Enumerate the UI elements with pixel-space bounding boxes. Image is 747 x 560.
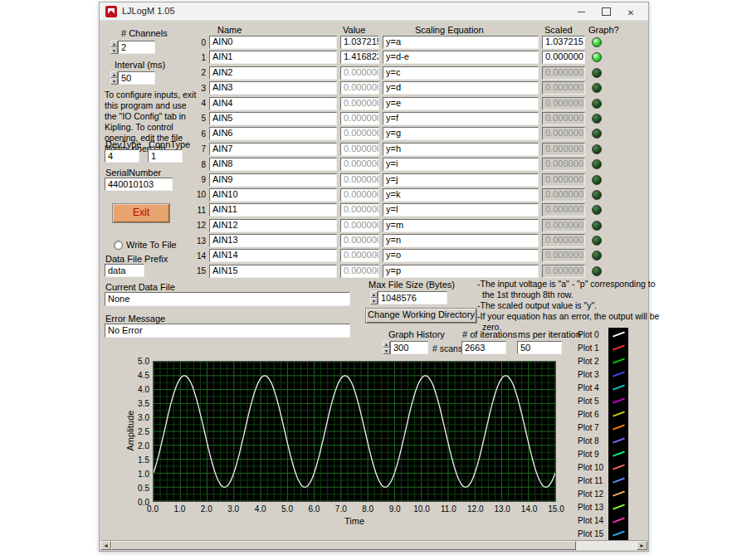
graph-led[interactable] [592,114,602,124]
legend-line-sample[interactable] [608,434,628,447]
interval-input[interactable]: 50 [118,71,155,85]
channel-name-field[interactable]: AIN5 [209,112,337,125]
exit-button[interactable]: Exit [113,204,169,222]
graph-led[interactable] [592,190,602,200]
channel-name-field[interactable]: AIN8 [209,158,337,171]
legend-item[interactable]: Plot 12 [578,487,628,500]
legend-line-sample[interactable] [608,447,628,460]
increment-icon[interactable] [383,341,390,348]
channel-name-field[interactable]: AIN3 [209,81,337,95]
legend-item[interactable]: Plot 7 [578,421,628,434]
scrollbar-thumb[interactable] [111,541,576,550]
scaling-equation-field[interactable]: y=l [383,203,539,217]
legend-item[interactable]: Plot 9 [578,447,628,460]
conntype-input[interactable]: 1 [148,149,183,163]
channel-name-field[interactable]: AIN7 [209,143,337,156]
decrement-icon[interactable] [110,78,118,85]
legend-line-sample[interactable] [608,354,628,368]
scaling-equation-field[interactable]: y=j [383,173,539,187]
scaling-equation-field[interactable]: y=e [383,97,539,110]
maximize-button[interactable] [593,2,618,21]
legend-line-sample[interactable] [608,474,628,487]
legend-line-sample[interactable] [608,394,628,407]
write-to-file-radio[interactable] [114,241,123,250]
channel-name-field[interactable]: AIN14 [209,249,337,262]
graph-led[interactable] [592,159,602,169]
decrement-icon[interactable] [383,348,390,354]
legend-line-sample[interactable] [608,500,628,514]
scaling-equation-field[interactable]: y=a [383,36,539,49]
graph-led[interactable] [592,129,602,139]
legend-item[interactable]: Plot 10 [578,460,628,474]
legend-item[interactable]: Plot 3 [578,368,628,381]
legend-line-sample[interactable] [608,421,628,434]
increment-icon[interactable] [110,41,118,47]
graph-history-input[interactable]: 300 [390,341,428,354]
graph-led[interactable] [592,266,602,276]
graph-led[interactable] [592,205,602,215]
legend-line-sample[interactable] [608,381,628,394]
devtype-input[interactable]: 4 [105,149,139,163]
channel-name-field[interactable]: AIN9 [209,173,337,187]
minimize-button[interactable] [569,2,593,21]
channel-name-field[interactable]: AIN11 [209,203,337,217]
channel-name-field[interactable]: AIN12 [209,219,337,232]
legend-item[interactable]: Plot 11 [578,474,628,487]
channel-name-field[interactable]: AIN2 [209,66,337,80]
decrement-icon[interactable] [110,47,118,54]
legend-item[interactable]: Plot 1 [578,341,628,354]
legend-line-sample[interactable] [608,341,628,354]
scaling-equation-field[interactable]: y=n [383,234,539,247]
scroll-left-icon[interactable] [100,541,111,550]
channel-name-field[interactable]: AIN4 [209,97,337,110]
graph-led[interactable] [592,236,602,246]
legend-item[interactable]: Plot 6 [578,407,628,421]
increment-icon[interactable] [110,71,118,78]
legend-item[interactable]: Plot 4 [578,381,628,394]
channel-name-field[interactable]: AIN1 [209,51,337,64]
scrollbar-track[interactable] [576,541,637,550]
legend-line-sample[interactable] [608,407,628,421]
channel-name-field[interactable]: AIN0 [209,36,337,49]
channels-spinner[interactable] [110,41,118,54]
horizontal-scrollbar[interactable] [100,540,647,550]
scaling-equation-field[interactable]: y=k [383,188,539,202]
max-file-size-input[interactable]: 1048576 [378,291,447,304]
graph-led[interactable] [592,68,602,78]
increment-icon[interactable] [370,291,378,298]
channel-name-field[interactable]: AIN13 [209,234,337,247]
scaling-equation-field[interactable]: y=f [383,112,539,125]
legend-line-sample[interactable] [608,460,628,474]
serialnumber-input[interactable]: 440010103 [105,178,173,191]
legend-item[interactable]: Plot 5 [578,394,628,407]
scaling-equation-field[interactable]: y=h [383,143,539,156]
legend-line-sample[interactable] [608,527,628,540]
channel-name-field[interactable]: AIN6 [209,127,337,140]
close-button[interactable] [618,2,643,21]
scaling-equation-field[interactable]: y=o [383,249,539,262]
waveform-svg[interactable] [153,361,556,502]
data-file-prefix-input[interactable]: data [105,264,144,277]
graph-led[interactable] [592,99,602,109]
change-working-directory-button[interactable]: Change Working Directory [366,309,476,323]
legend-line-sample[interactable] [608,328,628,341]
channel-name-field[interactable]: AIN15 [209,265,337,278]
legend-item[interactable]: Plot 15 [578,527,628,540]
graph-led[interactable] [592,52,602,62]
legend-line-sample[interactable] [608,514,628,527]
graph-led[interactable] [592,144,602,154]
scaling-equation-field[interactable]: y=g [383,127,539,140]
channels-input[interactable]: 2 [118,41,155,54]
scaling-equation-field[interactable]: y=m [383,219,539,232]
max-file-size-spinner[interactable] [370,291,378,304]
graph-led[interactable] [592,175,602,185]
interval-spinner[interactable] [110,71,118,85]
legend-item[interactable]: Plot 0 [578,328,628,341]
titlebar[interactable]: LJLogM 1.05 [100,2,648,21]
graph-led[interactable] [592,37,602,47]
legend-item[interactable]: Plot 2 [578,354,628,368]
scaling-equation-field[interactable]: y=d-e [383,51,539,64]
scaling-equation-field[interactable]: y=p [383,265,539,278]
graph-history-spinner[interactable] [383,341,390,354]
channel-name-field[interactable]: AIN10 [209,188,337,202]
